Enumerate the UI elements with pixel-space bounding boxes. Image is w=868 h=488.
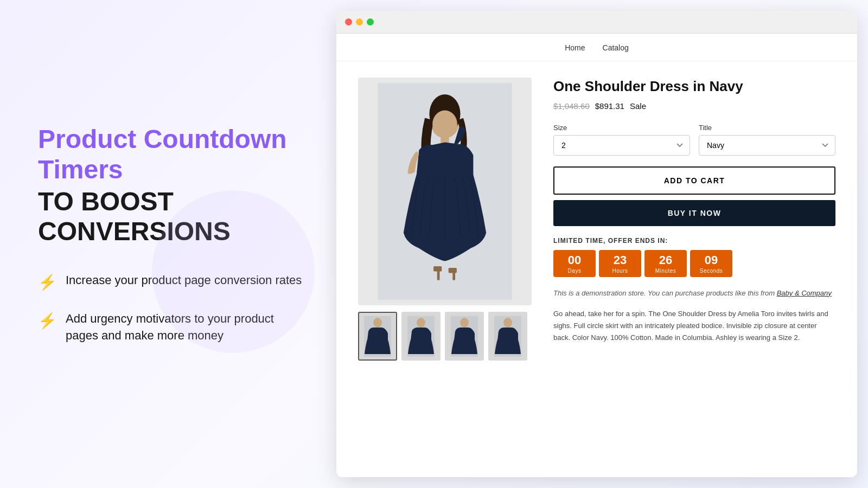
price-sale-label: Sale <box>630 101 646 111</box>
buy-now-button[interactable]: BUY IT NOW <box>553 200 835 226</box>
size-select[interactable]: 2 <box>553 135 690 156</box>
svg-rect-7 <box>437 270 440 280</box>
timer-days-number: 00 <box>556 254 593 266</box>
dot-green[interactable] <box>367 18 374 25</box>
countdown-label: LIMITED TIME, OFFER ENDS IN: <box>553 237 835 245</box>
countdown-section: LIMITED TIME, OFFER ENDS IN: 00 Days 23 … <box>553 237 835 277</box>
add-to-cart-button[interactable]: ADD TO CART <box>553 166 835 195</box>
left-panel: Product Countdown Timers TO BOOST CONVER… <box>0 92 336 396</box>
nav-home[interactable]: Home <box>565 43 585 52</box>
thumbnails <box>358 312 532 361</box>
thumbnail-2[interactable] <box>401 312 441 361</box>
timer-minutes-number: 26 <box>647 254 685 266</box>
product-images <box>358 78 532 361</box>
browser-content: Home Catalog <box>336 34 857 477</box>
title-label: Title <box>699 124 835 132</box>
svg-point-10 <box>373 318 382 328</box>
thumbnail-1[interactable] <box>358 312 397 361</box>
svg-rect-8 <box>452 272 455 280</box>
price-sale: $891.31 <box>595 101 624 111</box>
countdown-timer: 00 Days 23 Hours 26 Minutes <box>553 250 835 277</box>
lightning-icon-1: ⚡ <box>38 273 57 291</box>
timer-minutes-label: Minutes <box>647 268 685 274</box>
timer-hours: 23 Hours <box>599 250 641 277</box>
timer-days: 00 Days <box>553 250 596 277</box>
price-row: $1,048.60 $891.31 Sale <box>553 101 835 111</box>
store-nav: Home Catalog <box>336 34 857 61</box>
demo-note-link[interactable]: Baby & Company <box>777 289 832 297</box>
timer-minutes: 26 Minutes <box>644 250 687 277</box>
thumbnail-4[interactable] <box>488 312 527 361</box>
nav-catalog[interactable]: Catalog <box>603 43 629 52</box>
browser-dots <box>345 18 374 25</box>
title-select[interactable]: Navy <box>699 135 835 156</box>
timer-hours-number: 23 <box>601 254 639 266</box>
browser-titlebar <box>336 11 857 34</box>
svg-rect-6 <box>449 268 457 273</box>
browser-window: Home Catalog <box>336 11 857 477</box>
dress-svg <box>374 83 515 300</box>
product-section: One Shoulder Dress in Navy $1,048.60 $89… <box>336 61 857 377</box>
svg-point-14 <box>460 318 469 328</box>
demo-note-text: This is a demonstration store. You can p… <box>553 289 777 297</box>
product-name: One Shoulder Dress in Navy <box>553 78 835 96</box>
timer-seconds-label: Seconds <box>692 268 730 274</box>
timer-seconds: 09 Seconds <box>690 250 732 277</box>
product-description: Go ahead, take her for a spin. The One S… <box>553 308 835 344</box>
size-label: Size <box>553 124 690 132</box>
lightning-icon-2: ⚡ <box>38 312 57 330</box>
price-original: $1,048.60 <box>553 101 590 111</box>
product-info: One Shoulder Dress in Navy $1,048.60 $89… <box>553 78 835 361</box>
demo-note: This is a demonstration store. You can p… <box>553 288 835 299</box>
dot-red[interactable] <box>345 18 352 25</box>
svg-point-16 <box>503 318 512 328</box>
title-option-group: Title Navy <box>699 124 835 156</box>
options-row: Size 2 Title Navy <box>553 124 835 156</box>
timer-hours-label: Hours <box>601 268 639 274</box>
timer-seconds-number: 09 <box>692 254 730 266</box>
svg-point-12 <box>417 318 425 328</box>
main-product-image <box>358 78 532 305</box>
thumbnail-3[interactable] <box>445 312 484 361</box>
timer-days-label: Days <box>556 268 593 274</box>
title-purple: Product Countdown Timers <box>38 124 304 184</box>
svg-point-3 <box>432 110 457 138</box>
dot-yellow[interactable] <box>356 18 363 25</box>
size-option-group: Size 2 <box>553 124 690 156</box>
right-panel: Home Catalog <box>336 0 868 488</box>
bg-decoration <box>152 190 315 353</box>
